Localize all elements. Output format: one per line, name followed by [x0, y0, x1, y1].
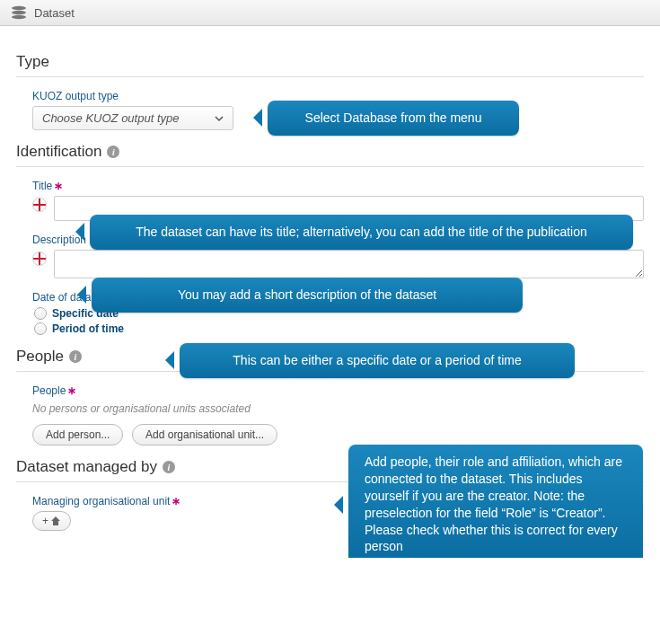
- chevron-down-icon: [215, 114, 224, 123]
- info-icon[interactable]: i: [163, 461, 175, 473]
- callout-select-database: Select Database from the menu: [268, 101, 519, 136]
- label-text: Managing organisational unit: [32, 495, 170, 507]
- uk-flag-icon[interactable]: [32, 251, 47, 266]
- section-title-type: Type: [16, 53, 644, 71]
- section-title-text: Identification: [16, 143, 101, 161]
- svg-point-1: [12, 11, 26, 14]
- section-title-text: People: [16, 348, 64, 366]
- callout-description: You may add a short description of the d…: [92, 278, 523, 313]
- add-managing-org-button[interactable]: +: [32, 511, 71, 531]
- section-rule: [16, 166, 644, 167]
- kuoz-output-type-dropdown[interactable]: Choose KUOZ output type: [32, 106, 233, 130]
- dropdown-placeholder: Choose KUOZ output type: [42, 111, 179, 125]
- radio-period-of-time[interactable]: Period of time: [34, 322, 644, 335]
- people-placeholder: No persons or organisational units assoc…: [32, 402, 644, 415]
- svg-point-0: [12, 6, 26, 10]
- description-input[interactable]: [54, 250, 644, 278]
- svg-point-2: [12, 15, 26, 19]
- label-text: Title: [32, 180, 52, 192]
- home-icon: [50, 516, 61, 526]
- callout-title: The dataset can have its title; alternat…: [90, 215, 633, 250]
- section-title-text: Dataset managed by: [16, 458, 157, 476]
- callout-date: This can be either a specific date or a …: [180, 343, 575, 378]
- info-icon[interactable]: i: [69, 350, 82, 363]
- add-person-button[interactable]: Add person...: [32, 424, 123, 446]
- info-icon[interactable]: i: [107, 146, 119, 158]
- radio-icon: [34, 307, 47, 320]
- add-org-unit-button[interactable]: Add organisational unit...: [132, 424, 277, 446]
- people-label: People∗: [32, 384, 644, 397]
- uk-flag-icon[interactable]: [32, 198, 47, 212]
- required-marker: ∗: [172, 495, 180, 507]
- header-title: Dataset: [34, 6, 75, 20]
- callout-people: Add people, their role and affiliation, …: [348, 445, 643, 558]
- title-label: Title∗: [32, 180, 644, 192]
- section-title-identification: Identification i: [16, 143, 644, 161]
- page-header: Dataset: [0, 0, 660, 26]
- required-marker: ∗: [67, 384, 76, 397]
- radio-label-text: Period of time: [52, 322, 124, 335]
- database-icon: [11, 5, 27, 20]
- plus-icon: +: [42, 515, 48, 527]
- section-rule: [16, 76, 644, 77]
- label-text: People: [32, 384, 66, 397]
- required-marker: ∗: [54, 180, 63, 192]
- radio-icon: [34, 322, 47, 335]
